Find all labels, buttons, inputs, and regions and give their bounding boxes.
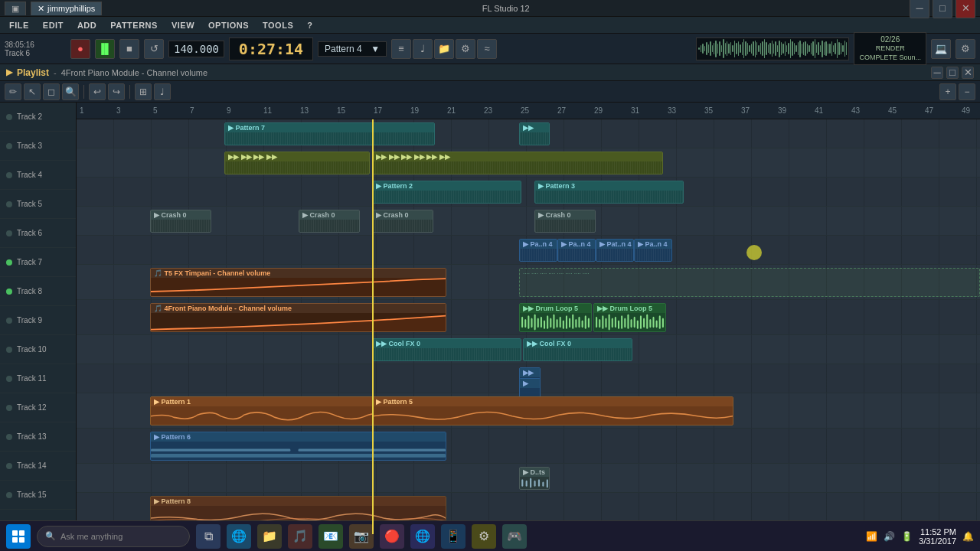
taskbar-search[interactable]: 🔍 Ask me anything [37,526,190,547]
zoom-in-button[interactable]: + [939,83,956,100]
tab-document[interactable]: ▣ [5,2,26,15]
track-label-7[interactable]: Track 7 [0,248,76,277]
pattern-block[interactable]: ▶ Crash 0 [299,210,360,233]
drum-loop-1[interactable]: ▶▶ Drum Loop 5 [519,303,592,332]
track-label-9[interactable]: Track 9 [0,306,76,335]
menu-tools[interactable]: TOOLS [256,19,299,31]
pattern-block[interactable]: ▶▶ ▶▶ ▶▶ ▶▶ ▶▶ ▶▶ [372,152,663,174]
svg-rect-47 [299,449,446,452]
track-label-5[interactable]: Track 5 [0,190,76,219]
playlist-close[interactable]: ✕ [962,67,974,79]
browser-icon2[interactable]: 🔴 [380,524,404,549]
record-button[interactable]: ● [70,39,90,59]
fl-studio-icon[interactable]: 🎵 [288,524,312,549]
track-label-15[interactable]: Track 15 [0,481,76,510]
undo-button[interactable]: ↩ [89,83,106,100]
pattern-block[interactable]: ▶▶ ▶▶ ▶▶ ▶▶ [224,152,370,174]
volume-icon[interactable]: 🔊 [884,531,895,542]
minimize-button[interactable]: ─ [910,0,929,18]
cool-fx-0-b[interactable]: ▶▶ Cool FX 0 [523,338,632,361]
block-label: ▶ Pa..n 4 [520,240,557,249]
maximize-button[interactable]: □ [933,0,952,18]
playlist-minimize[interactable]: ─ [931,67,943,79]
pattern-block[interactable]: ▶ Pa..n 4 [519,239,557,262]
notification-icon[interactable]: 🔔 [962,531,974,542]
menu-edit[interactable]: EDIT [37,19,70,31]
file-explorer-icon[interactable]: 📁 [257,524,282,549]
snap-button[interactable]: ⊞ [135,83,152,100]
menu-options[interactable]: OPTIONS [202,19,255,31]
pattern-block[interactable]: ▶ Pat..n 4 [596,239,634,262]
track-label-2[interactable]: Track 2 [0,103,76,132]
pattern-selector[interactable]: Pattern 4 ▼ [318,41,387,57]
pattern-block[interactable]: ▶ Pattern 3 [534,181,684,204]
svg-rect-37 [640,315,642,329]
playlist-maximize[interactable]: □ [946,67,959,79]
pattern-5[interactable]: ▶ Pattern 5 [372,396,733,425]
erase-tool[interactable]: ◻ [43,83,60,100]
pattern-block[interactable]: ▶ Pa..n 4 [557,239,596,262]
pattern-block[interactable]: ▶ Crash 0 [150,210,211,233]
svg-rect-26 [605,318,606,328]
track-label-14[interactable]: Track 14 [0,452,76,481]
plugin-icon[interactable]: ⚙ [456,39,475,59]
draw-tool[interactable]: ✏ [5,83,21,100]
camera-icon[interactable]: 📷 [349,524,374,549]
drum-loop-2[interactable]: ▶▶ Drum Loop 5 [593,303,666,332]
phone-icon[interactable]: 📱 [441,524,466,549]
track-label-3[interactable]: Track 3 [0,132,76,161]
another-icon[interactable]: 🎮 [502,524,527,549]
other-app-icon[interactable]: 📧 [318,524,343,549]
browser-icon[interactable]: 📁 [434,39,454,59]
pattern-block[interactable]: ▶ Crash 0 [534,210,596,233]
eq-icon[interactable]: ≈ [477,39,497,59]
tracks-container[interactable]: ▶ Pattern 7 ▶▶ ▶▶ ▶▶ ▶▶ ▶▶ ▶▶ ▶▶ ▶▶ ▶▶ ▶… [77,119,980,534]
stop-button[interactable]: ■ [119,39,139,59]
track-label-4[interactable]: Track 4 [0,161,76,190]
automation-block-4front[interactable]: 🎵 4Front Piano Module - Channel volume [150,303,446,332]
d-ts-block[interactable]: ▶ D..ts [519,467,550,490]
settings-icon[interactable]: ⚙ [956,39,975,59]
pattern-6[interactable]: ▶ Pattern 6 [150,432,446,461]
pattern-block[interactable]: ▶ Pattern 2 [372,181,521,204]
loop-button[interactable]: ↺ [144,39,164,59]
track-label-13[interactable]: Track 13 [0,422,76,452]
pattern-block[interactable]: ▶ Pa..n 4 [634,239,672,262]
pattern-block[interactable]: ▶ Pattern 7 [224,122,435,145]
tab-jimmyphillips[interactable]: ✕ jimmyphillips [31,2,102,15]
menu-patterns[interactable]: PATTERNS [104,19,164,31]
track-label-12[interactable]: Track 12 [0,393,76,422]
chrome-icon[interactable]: 🌐 [410,524,435,549]
close-button[interactable]: ✕ [956,0,975,18]
automation-block-t5[interactable]: 🎵 T5 FX Timpani - Channel volume [150,268,446,297]
play-pause-button[interactable]: ▐▌ [95,39,115,59]
track-label-8[interactable]: Track 8 [0,277,76,306]
cool-fx-0-a[interactable]: ▶▶ Cool FX 0 [372,338,521,361]
pattern-block[interactable]: ▶▶ [519,122,550,145]
track-label-11[interactable]: Track 11 [0,364,76,393]
gear-icon2[interactable]: ⚙ [472,524,496,549]
cpu-icon[interactable]: 💻 [931,39,951,59]
select-tool[interactable]: ↖ [24,83,41,100]
redo-button[interactable]: ↪ [108,83,125,100]
start-button[interactable] [6,524,31,549]
piano-roll-icon[interactable]: ♩ [413,39,433,59]
menu-add[interactable]: ADD [71,19,103,31]
menu-view[interactable]: VIEW [165,19,201,31]
menu-file[interactable]: FILE [3,19,35,31]
waveform-bar [766,42,766,56]
network-icon[interactable]: 📶 [866,531,877,542]
edge-icon[interactable]: 🌐 [227,524,251,549]
mixer-icon[interactable]: ≡ [391,39,411,59]
ruler-mark: 19 [410,103,419,119]
track-label-6[interactable]: Track 6 [0,219,76,248]
pattern-block[interactable]: ▶ Crash 0 [372,210,433,233]
menu-help[interactable]: ? [301,19,318,31]
taskview-button[interactable]: ⧉ [196,524,220,549]
track-label-10[interactable]: Track 10 [0,335,76,364]
metronome-button[interactable]: ♩ [154,83,171,100]
bpm-display[interactable]: 140.000 [168,41,224,57]
zoom-out-button[interactable]: − [959,83,975,100]
zoom-tool[interactable]: 🔍 [62,83,79,100]
close-icon[interactable]: ✕ [38,4,44,14]
